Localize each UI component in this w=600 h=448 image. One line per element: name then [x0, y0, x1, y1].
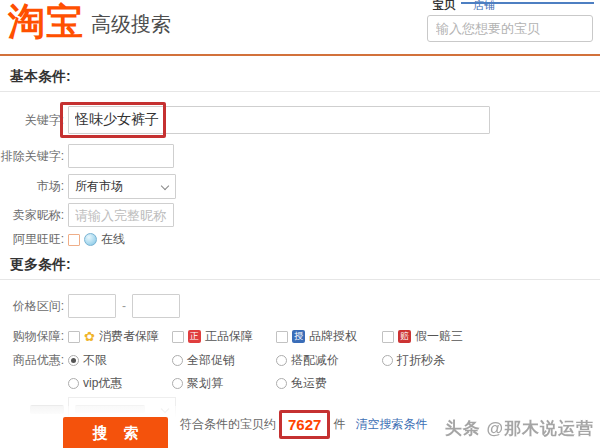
promo-flash-sale-label: 打折秒杀	[397, 352, 445, 369]
tab-item[interactable]: 宝贝	[433, 0, 455, 11]
header-divider	[0, 54, 600, 56]
promo-option-vip[interactable]: vip优惠	[68, 375, 172, 392]
promo-all-sales-label: 全部促销	[187, 352, 235, 369]
price-range-label: 价格区间:	[0, 298, 64, 315]
fake-compensation-icon: 赔	[398, 330, 411, 343]
more-conditions-title: 更多条件:	[10, 256, 71, 274]
result-suffix: 件	[333, 416, 345, 433]
wangwang-icon	[84, 233, 97, 246]
promo-option-unlimited[interactable]: 不限	[68, 352, 172, 369]
promo-radio-vip[interactable]	[68, 378, 79, 389]
brand-license-icon: 授	[292, 330, 305, 343]
guarantee-brand-option[interactable]: 授 品牌授权	[276, 328, 382, 345]
shopping-guarantee-row: 购物保障: ✿ 消费者保障 正 正品保障 授 品牌授权 赔 假一赔三	[0, 328, 600, 345]
header: 淘宝 高级搜索	[8, 0, 171, 44]
promo-radio-free-shipping[interactable]	[276, 378, 287, 389]
wangwang-online-option[interactable]: 在线	[68, 231, 125, 248]
taobao-logo[interactable]: 淘宝	[8, 0, 84, 44]
wangwang-row: 阿里旺旺: 在线	[0, 231, 600, 248]
promo-option-flash-sale[interactable]: 打折秒杀	[382, 352, 445, 369]
wangwang-label: 阿里旺旺:	[0, 231, 64, 248]
result-prefix: 符合条件的宝贝约	[180, 416, 276, 433]
section-divider	[0, 91, 600, 92]
promo-option-free-shipping[interactable]: 免运费	[276, 375, 382, 392]
guarantee-genuine-option[interactable]: 正 正品保障	[172, 328, 276, 345]
guarantee-fake-option[interactable]: 赔 假一赔三	[382, 328, 463, 345]
result-count highlight-box-count: 7627	[279, 410, 330, 439]
page-title: 高级搜索	[91, 11, 171, 44]
promo-radio-flash-sale[interactable]	[382, 355, 393, 366]
basic-conditions-title: 基本条件:	[10, 68, 71, 86]
promo-label: 商品优惠:	[0, 352, 64, 369]
tab-underline	[461, 2, 594, 4]
wangwang-online-checkbox[interactable]	[68, 234, 80, 246]
price-range-row: 价格区间: -	[0, 294, 600, 318]
promo-row-1: 商品优惠: 不限 全部促销 搭配减价 打折秒杀	[0, 352, 600, 369]
guarantee-consumer-label: 消费者保障	[99, 328, 159, 345]
keyword-label: 关键字:	[0, 112, 64, 129]
search-button[interactable]: 搜 索	[63, 417, 168, 448]
price-max-input[interactable]	[132, 294, 180, 318]
keyword-row: 关键字:	[0, 106, 600, 134]
chevron-down-icon	[161, 182, 169, 190]
promo-unlimited-label: 不限	[83, 352, 107, 369]
guarantee-consumer-option[interactable]: ✿ 消费者保障	[68, 328, 172, 345]
seller-nickname-input[interactable]	[68, 203, 174, 227]
promo-bundle-label: 搭配减价	[291, 352, 339, 369]
guarantee-genuine-label: 正品保障	[205, 328, 253, 345]
promo-row-2: vip优惠 聚划算 免运费	[0, 375, 600, 392]
clear-search-link[interactable]: 清空搜索条件	[355, 416, 427, 433]
market-select[interactable]: 所有市场	[68, 174, 176, 199]
keyword-input[interactable]	[68, 106, 490, 134]
promo-radio-juhuasuan[interactable]	[172, 378, 183, 389]
exclude-keyword-row: 排除关键字:	[0, 144, 600, 168]
guarantee-brand-checkbox[interactable]	[276, 331, 288, 343]
guarantee-fake-checkbox[interactable]	[382, 331, 394, 343]
market-row: 市场: 所有市场	[0, 174, 600, 199]
guarantee-fake-label: 假一赔三	[415, 328, 463, 345]
search-tabs: 宝贝 店铺	[427, 0, 593, 12]
seller-row: 卖家昵称:	[0, 203, 600, 227]
promo-free-shipping-label: 免运费	[291, 375, 327, 392]
promo-juhuasuan-label: 聚划算	[187, 375, 223, 392]
promo-radio-unlimited[interactable]	[68, 355, 79, 366]
price-separator: -	[122, 299, 126, 313]
market-select-value: 所有市场	[75, 179, 123, 193]
exclude-keyword-label: 排除关键字:	[0, 148, 64, 165]
taobao-advanced-search-page: 淘宝 高级搜索 宝贝 店铺 基本条件: 关键字: 排除关键字: 市场: 所有市场…	[0, 0, 600, 448]
shopping-guarantee-label: 购物保障:	[0, 328, 64, 345]
top-search-widget: 宝贝 店铺	[427, 0, 593, 42]
promo-radio-bundle[interactable]	[276, 355, 287, 366]
consumer-guarantee-icon: ✿	[84, 330, 95, 343]
promo-option-bundle[interactable]: 搭配减价	[276, 352, 382, 369]
promo-radio-all-sales[interactable]	[172, 355, 183, 366]
top-search-input[interactable]	[427, 15, 593, 42]
exclude-keyword-input[interactable]	[68, 144, 174, 168]
price-min-input[interactable]	[68, 294, 116, 318]
guarantee-genuine-checkbox[interactable]	[172, 331, 184, 343]
section-divider-2	[0, 279, 600, 280]
promo-vip-label: vip优惠	[83, 375, 122, 392]
watermark: 头条 @那木说运营	[445, 417, 594, 440]
genuine-product-icon: 正	[188, 330, 201, 343]
seller-nickname-label: 卖家昵称:	[0, 207, 64, 224]
guarantee-brand-label: 品牌授权	[309, 328, 357, 345]
market-label: 市场:	[0, 178, 64, 195]
promo-option-juhuasuan[interactable]: 聚划算	[172, 375, 276, 392]
guarantee-consumer-checkbox[interactable]	[68, 331, 80, 343]
wangwang-online-label: 在线	[101, 231, 125, 248]
result-line: 符合条件的宝贝约 7627 件 清空搜索条件	[180, 410, 427, 439]
promo-option-all-sales[interactable]: 全部促销	[172, 352, 276, 369]
